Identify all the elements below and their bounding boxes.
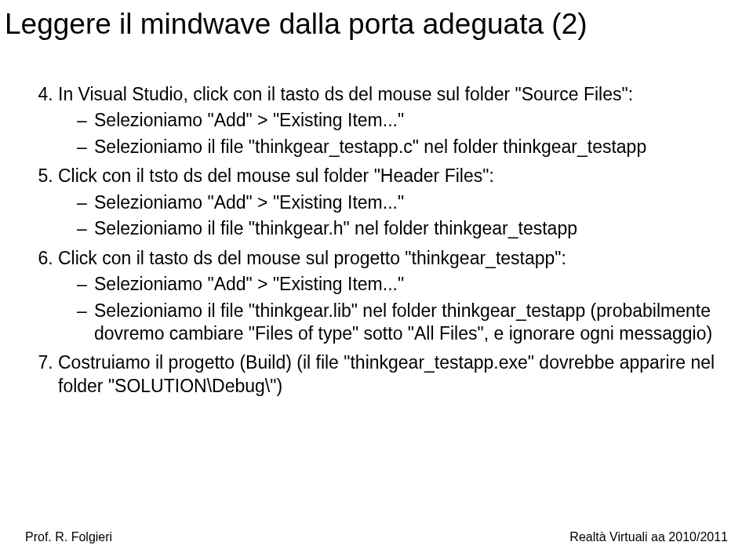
list-item-text: Costruiamo il progetto (Build) (il file … — [58, 352, 715, 395]
sub-list-item: Selezioniamo il file "thinkgear_testapp.… — [77, 136, 728, 158]
list-item: In Visual Studio, click con il tasto ds … — [58, 83, 728, 158]
sub-list-item: Selezioniamo "Add" > "Existing Item..." — [77, 109, 728, 132]
slide-title: Leggere il mindwave dalla porta adeguata… — [5, 8, 587, 41]
list-item: Click con il tsto ds del mouse sul folde… — [58, 165, 728, 240]
slide-content: In Visual Studio, click con il tasto ds … — [25, 83, 728, 401]
ordered-list: In Visual Studio, click con il tasto ds … — [25, 83, 728, 398]
list-item-text: Click con il tasto ds del mouse sul prog… — [58, 248, 566, 268]
sub-list: Selezioniamo "Add" > "Existing Item..."S… — [58, 109, 728, 158]
sub-list: Selezioniamo "Add" > "Existing Item..."S… — [58, 273, 728, 345]
list-item: Click con il tasto ds del mouse sul prog… — [58, 247, 728, 346]
list-item: Costruiamo il progetto (Build) (il file … — [58, 351, 728, 398]
slide: Leggere il mindwave dalla porta adeguata… — [0, 0, 753, 560]
sub-list-item: Selezioniamo "Add" > "Existing Item..." — [77, 273, 728, 296]
sub-list-item: Selezioniamo "Add" > "Existing Item..." — [77, 191, 728, 214]
sub-list: Selezioniamo "Add" > "Existing Item..."S… — [58, 191, 728, 241]
footer-course: Realtà Virtuali aa 2010/2011 — [569, 530, 728, 544]
footer-author: Prof. R. Folgieri — [25, 530, 112, 544]
sub-list-item: Selezioniamo il file "thinkgear.lib" nel… — [77, 300, 728, 346]
list-item-text: Click con il tsto ds del mouse sul folde… — [58, 165, 494, 186]
list-item-text: In Visual Studio, click con il tasto ds … — [58, 84, 633, 104]
sub-list-item: Selezioniamo il file "thinkgear.h" nel f… — [77, 217, 728, 240]
